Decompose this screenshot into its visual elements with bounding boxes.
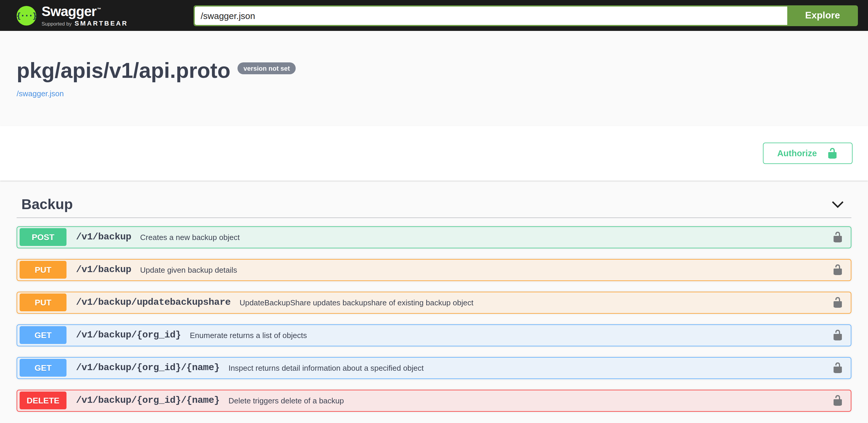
method-badge: PUT [20,261,66,279]
spec-url-input[interactable] [195,6,787,25]
authorize-button[interactable]: Authorize [763,143,852,164]
operation-description: Inspect returns detail information about… [228,364,832,372]
sponsor-line: Supported by SMARTBEAR [41,20,128,26]
braces-icon: {···} [16,11,36,20]
smartbear-wordmark: SMARTBEAR [74,20,128,26]
operation-auth-button[interactable] [832,232,844,243]
chevron-down-icon [831,199,844,210]
operations-list: POST /v1/backup Creates a new backup obj… [17,226,851,412]
info-section: pkg/apis/v1/api.proto version not set /s… [0,31,868,126]
operation-auth-button[interactable] [832,395,844,407]
trademark-symbol: ™ [97,7,101,11]
operation-auth-button[interactable] [832,362,844,374]
operation-row[interactable]: POST /v1/backup Creates a new backup obj… [17,226,851,248]
operation-row[interactable]: GET /v1/backup/{org_id}/{name} Inspect r… [17,357,851,379]
tag-header-backup[interactable]: Backup [17,196,851,218]
version-badge: version not set [238,62,296,74]
operation-auth-button[interactable] [832,329,844,341]
method-badge: GET [20,359,66,377]
brand-name: Swagger™ [41,4,128,18]
unlocked-padlock-icon [832,362,844,374]
operation-row[interactable]: GET /v1/backup/{org_id} Enumerate return… [17,324,851,346]
operation-description: Enumerate returns a list of objects [190,331,832,340]
method-badge: POST [20,229,66,246]
swagger-ui-page: {···} Swagger™ Supported by SMARTBEAR Ex… [0,0,868,423]
operation-path: /v1/backup/{org_id}/{name} [76,363,220,373]
unlocked-padlock-icon [832,232,844,243]
operation-auth-button[interactable] [832,297,844,309]
title-row: pkg/apis/v1/api.proto version not set [17,59,851,82]
unlocked-padlock-icon [832,329,844,341]
tag-title: Backup [21,196,73,213]
method-badge: PUT [20,294,66,312]
explore-button[interactable]: Explore [787,5,858,26]
scheme-container: Authorize [0,126,868,181]
operation-path: /v1/backup/updatebackupshare [76,297,231,308]
operation-description: Delete triggers delete of a backup [228,396,832,405]
page-title: pkg/apis/v1/api.proto [17,59,230,82]
operation-row[interactable]: PUT /v1/backup/updatebackupshare UpdateB… [17,292,851,314]
spec-link[interactable]: /swagger.json [17,89,64,98]
operation-row[interactable]: PUT /v1/backup Update given backup detai… [17,259,851,281]
section-collapse-button[interactable] [829,199,847,210]
operation-description: Update given backup details [140,266,832,274]
method-badge: DELETE [20,392,66,410]
logo-texts: Swagger™ Supported by SMARTBEAR [41,4,128,26]
operation-description: UpdateBackupShare updates backupshare of… [240,298,832,307]
unlocked-padlock-icon [832,395,844,407]
swagger-logo[interactable]: {···} Swagger™ Supported by SMARTBEAR [17,4,193,26]
operation-path: /v1/backup [76,265,131,275]
operation-path: /v1/backup [76,232,131,243]
unlock-icon [827,147,838,159]
operation-path: /v1/backup/{org_id} [76,330,181,341]
authorize-label: Authorize [777,149,817,158]
operation-description: Creates a new backup object [140,233,832,242]
method-badge: GET [20,327,66,344]
supported-by-label: Supported by [41,21,71,26]
swagger-logo-icon: {···} [17,6,36,25]
unlocked-padlock-icon [832,297,844,309]
spec-url-form: Explore [193,5,858,26]
operation-row[interactable]: DELETE /v1/backup/{org_id}/{name} Delete… [17,390,851,412]
topbar: {···} Swagger™ Supported by SMARTBEAR Ex… [0,0,868,31]
operation-path: /v1/backup/{org_id}/{name} [76,395,220,406]
unlocked-padlock-icon [832,264,844,276]
operation-auth-button[interactable] [832,264,844,276]
